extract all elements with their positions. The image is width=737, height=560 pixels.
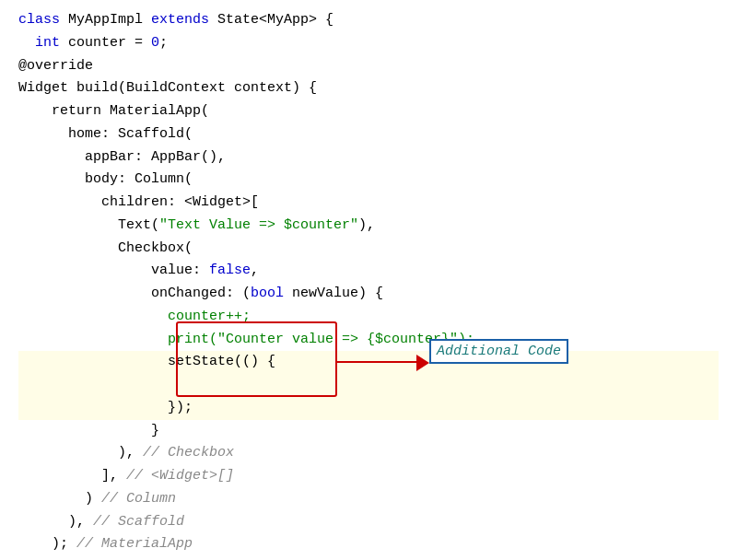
code-line-18: }); — [18, 397, 719, 420]
code-line-19: } — [18, 420, 719, 443]
code-line-3: @override — [18, 55, 719, 78]
code-line-23: ), // Scaffold — [18, 511, 719, 534]
code-line-8: body: Column( — [18, 169, 719, 192]
code-line-22: ) // Column — [18, 488, 719, 511]
code-line-7: appBar: AppBar(), — [18, 146, 719, 169]
code-line-4: Widget build(BuildContext context) { — [18, 77, 719, 100]
code-line-14: counter++; — [18, 306, 719, 329]
additional-code-label: Additional Code — [429, 339, 568, 364]
code-line-16: setState(() { — [18, 351, 719, 374]
code-line-5: return MaterialApp( — [18, 100, 719, 123]
code-line-12: value: false, — [18, 260, 719, 283]
code-line-13: onChanged: (bool newValue) { — [18, 283, 719, 306]
code-line-10: Text("Text Value => $counter"), — [18, 215, 719, 238]
code-container: class MyAppImpl extends State<MyApp> { i… — [0, 0, 737, 560]
code-line-21: ], // <Widget>[] — [18, 465, 719, 488]
code-line-2: int counter = 0; — [18, 32, 719, 55]
code-line-6: home: Scaffold( — [18, 123, 719, 146]
code-line-25: } — [18, 556, 719, 560]
code-line-17 — [18, 374, 719, 397]
code-line-1: class MyAppImpl extends State<MyApp> { — [18, 9, 719, 32]
code-line-11: Checkbox( — [18, 238, 719, 261]
code-line-20: ), // Checkbox — [18, 442, 719, 465]
code-line-15: print("Counter value => {$counter}"); — [18, 329, 719, 352]
code-line-9: children: <Widget>[ — [18, 192, 719, 215]
code-line-24: ); // MaterialApp — [18, 533, 719, 556]
